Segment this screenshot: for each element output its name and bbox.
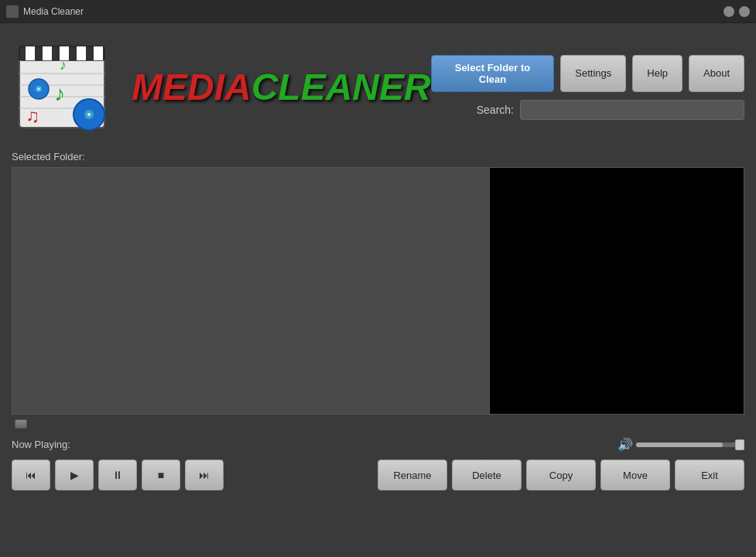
svg-text:♪: ♪ (60, 57, 67, 73)
search-row: Search: (477, 100, 744, 120)
title-bar: Media Cleaner (0, 0, 756, 23)
app-icon (6, 5, 19, 18)
volume-slider[interactable] (636, 443, 744, 447)
file-list-panel[interactable] (12, 167, 489, 415)
svg-point-19 (38, 88, 40, 91)
search-label: Search: (477, 104, 514, 116)
svg-point-15 (87, 113, 91, 116)
action-buttons: Rename Delete Copy Move Exit (378, 460, 744, 490)
exit-button[interactable]: Exit (675, 460, 744, 490)
main-content: ♪ ♫ ♪ MEDIA CLEANER Select F (0, 23, 756, 498)
search-input[interactable] (520, 100, 744, 120)
svg-text:♫: ♫ (26, 105, 39, 126)
cleaner-title: CLEANER (251, 66, 431, 108)
transport-row: ⏮ ▶ ⏸ ■ ⏭ Rename Delete Copy Move Exit (12, 460, 744, 490)
pause-button[interactable]: ⏸ (98, 460, 137, 490)
file-area (12, 167, 744, 415)
about-button[interactable]: About (689, 55, 744, 92)
rewind-button[interactable]: ⏮ (12, 460, 50, 490)
title-bar-text: Media Cleaner (23, 6, 84, 17)
svg-rect-2 (26, 46, 35, 60)
volume-icon: 🔊 (617, 437, 633, 452)
media-title: MEDIA (132, 66, 251, 108)
volume-area: 🔊 (617, 437, 744, 452)
stop-button[interactable]: ■ (142, 460, 180, 490)
top-button-row: Select Folder to Clean Settings Help Abo… (431, 55, 744, 92)
volume-thumb[interactable] (735, 439, 744, 450)
rename-button[interactable]: Rename (378, 460, 447, 490)
header-row: ♪ ♫ ♪ MEDIA CLEANER Select F (12, 31, 744, 143)
selected-folder-label: Selected Folder: (12, 151, 744, 162)
minimize-button[interactable] (724, 6, 734, 17)
select-folder-button[interactable]: Select Folder to Clean (431, 55, 555, 92)
volume-fill (636, 443, 723, 447)
now-playing-row: Now Playing: 🔊 (12, 436, 744, 453)
delete-button[interactable]: Delete (452, 460, 522, 490)
app-title-area: MEDIA CLEANER (132, 66, 431, 108)
help-button[interactable]: Help (632, 55, 682, 92)
svg-text:♪: ♪ (54, 81, 65, 105)
settings-button[interactable]: Settings (560, 55, 626, 92)
move-button[interactable]: Move (600, 460, 670, 490)
fast-forward-button[interactable]: ⏭ (185, 460, 224, 490)
now-playing-label: Now Playing: (12, 439, 617, 450)
close-button[interactable] (739, 6, 750, 17)
svg-rect-6 (94, 46, 103, 60)
preview-panel (489, 167, 744, 415)
app-logo: ♪ ♫ ♪ (12, 31, 132, 143)
logo-svg: ♪ ♫ ♪ (12, 31, 132, 143)
svg-rect-3 (43, 46, 52, 60)
title-bar-controls (724, 6, 750, 17)
scroll-thumb[interactable] (15, 419, 27, 429)
copy-button[interactable]: Copy (526, 460, 596, 490)
scroll-bar-area (12, 416, 744, 432)
play-button[interactable]: ▶ (55, 460, 94, 490)
svg-rect-5 (77, 46, 86, 60)
header-buttons: Select Folder to Clean Settings Help Abo… (431, 55, 744, 120)
